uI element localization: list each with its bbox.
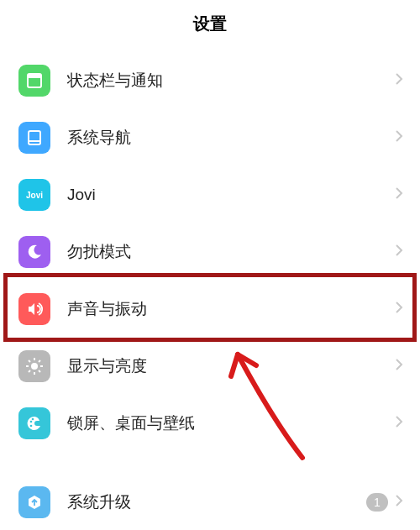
chevron-right-icon — [395, 415, 403, 432]
settings-list: 状态栏与通知 系统导航 Jovi Jovi 勿扰模式 — [0, 47, 420, 530]
settings-item-dnd[interactable]: 勿扰模式 — [0, 223, 420, 281]
status-icon — [18, 65, 50, 97]
header: 设置 — [0, 0, 420, 47]
palette-icon — [18, 407, 50, 439]
settings-item-lockscreen[interactable]: 锁屏、桌面与壁纸 — [0, 395, 420, 452]
settings-item-system-upgrade[interactable]: 系统升级 1 — [0, 474, 420, 530]
settings-item-status-bar[interactable]: 状态栏与通知 — [0, 52, 420, 109]
svg-rect-2 — [29, 131, 40, 144]
settings-item-jovi[interactable]: Jovi Jovi — [0, 166, 420, 223]
settings-item-label: 状态栏与通知 — [67, 70, 395, 92]
moon-icon — [18, 236, 50, 268]
svg-rect-1 — [28, 74, 41, 78]
chevron-right-icon — [395, 301, 403, 317]
chevron-right-icon — [395, 186, 403, 203]
svg-point-15 — [32, 418, 34, 421]
settings-item-label: 勿扰模式 — [67, 241, 395, 263]
svg-point-16 — [30, 425, 33, 428]
chevron-right-icon — [395, 358, 403, 375]
settings-item-label: 锁屏、桌面与壁纸 — [67, 412, 395, 434]
svg-line-11 — [39, 370, 40, 372]
settings-item-system-nav[interactable]: 系统导航 — [0, 109, 420, 166]
settings-item-label: 声音与振动 — [67, 298, 395, 320]
chevron-right-icon — [395, 244, 403, 260]
settings-item-display[interactable]: 显示与亮度 — [0, 338, 420, 395]
svg-point-5 — [31, 363, 38, 370]
settings-item-sound[interactable]: 声音与振动 — [0, 281, 420, 338]
svg-line-10 — [29, 360, 30, 362]
chevron-right-icon — [395, 129, 403, 146]
settings-item-label: 系统升级 — [67, 491, 366, 513]
svg-line-13 — [39, 360, 40, 362]
jovi-icon: Jovi — [18, 179, 50, 211]
upgrade-icon — [18, 486, 50, 518]
chevron-right-icon — [395, 72, 403, 89]
badge-count: 1 — [366, 493, 388, 512]
nav-icon — [18, 122, 50, 154]
svg-text:Jovi: Jovi — [26, 191, 43, 200]
svg-point-14 — [30, 421, 33, 423]
settings-item-label: Jovi — [67, 186, 395, 204]
brightness-icon — [18, 350, 50, 382]
section-spacer — [0, 452, 420, 474]
settings-item-label: 显示与亮度 — [67, 355, 395, 377]
svg-line-12 — [29, 370, 30, 372]
chevron-right-icon — [395, 494, 403, 511]
settings-item-label: 系统导航 — [67, 127, 395, 149]
sound-icon — [18, 293, 50, 325]
page-title: 设置 — [193, 13, 227, 35]
